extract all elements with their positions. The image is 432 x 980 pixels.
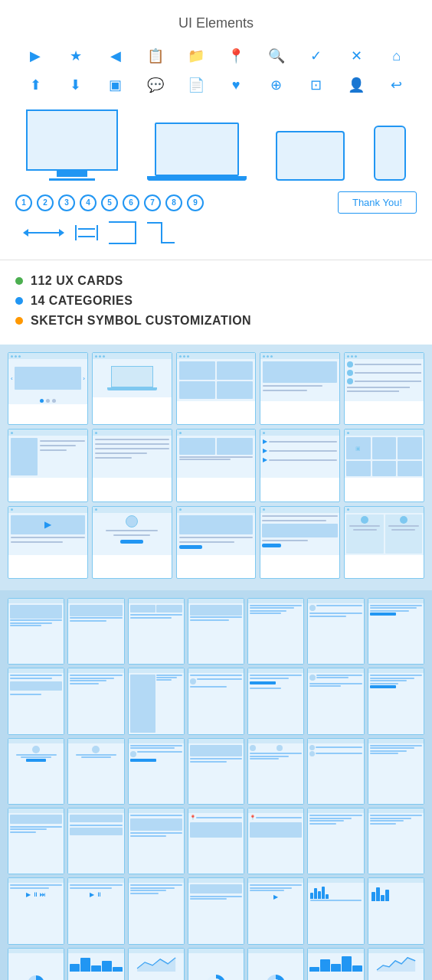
- open-folder-icon: 📁: [185, 45, 207, 67]
- mini-card-10: [128, 668, 185, 734]
- feature-ux-cards: 112 UX CARDS: [15, 274, 417, 288]
- card-user-cards: [344, 506, 424, 579]
- mini-cards-row-3: [8, 738, 424, 805]
- mini-card-11: [188, 668, 244, 734]
- mini-card-3: [128, 598, 185, 665]
- card-text-lines: [92, 429, 172, 501]
- card-user-list: [344, 352, 424, 425]
- mini-card-15: [8, 738, 64, 805]
- feature-ux-cards-label: 112 UX CARDS: [31, 274, 123, 288]
- document-icon: 📄: [185, 74, 207, 96]
- mini-card-20: [307, 738, 364, 805]
- upload-icon: ⬆: [25, 74, 46, 96]
- mini-cards-row-6: [8, 948, 424, 980]
- step-6[interactable]: 6: [123, 194, 139, 211]
- mini-card-chart-1: [8, 948, 64, 980]
- grid-icon: ▣: [105, 74, 126, 96]
- navigation-icon: ◀: [105, 45, 126, 67]
- mini-card-32: [188, 877, 244, 944]
- mini-cards-row-2: [8, 668, 424, 734]
- crop-icon: ⊕: [266, 74, 287, 96]
- download-icon: ⬇: [65, 74, 87, 96]
- mini-card-22: [8, 808, 64, 874]
- feature-categories-label: 14 CATEGORIES: [31, 294, 133, 308]
- mini-card-33: ▶: [247, 877, 304, 944]
- mini-card-chart-7: [368, 948, 424, 980]
- card-nav-arrows: ▶ ▶ ▶: [260, 429, 340, 501]
- card-image-text: [260, 352, 340, 425]
- tablet-device: [276, 131, 345, 181]
- mini-card-5: [247, 598, 304, 665]
- mini-card-19: [247, 738, 304, 805]
- bullet-orange: [15, 317, 23, 325]
- monitor-device: [26, 109, 118, 171]
- mini-card-31: [128, 877, 185, 944]
- icons-row-2: ⬆ ⬇ ▣ 💬 📄 ♥ ⊕ ⊡ 👤 ↩: [15, 74, 417, 96]
- mini-card-1: [8, 598, 64, 665]
- mini-card-30: ▶⏸: [67, 877, 124, 944]
- mini-card-chart-2: [67, 948, 124, 980]
- section-title: UI Elements: [15, 15, 417, 31]
- card-timeline: [260, 506, 340, 579]
- flow-connectors-row: [15, 221, 417, 244]
- card-carousel: ‹ ›: [8, 352, 88, 425]
- check-icon: ✓: [306, 45, 327, 67]
- mini-card-chart-6: [307, 948, 364, 980]
- play-icon: ▶: [25, 45, 46, 67]
- mini-card-34: [307, 877, 364, 944]
- star-icon: ★: [65, 45, 87, 67]
- mini-card-26: 📍: [247, 808, 304, 874]
- bullet-blue: [15, 297, 23, 305]
- step-5[interactable]: 5: [101, 194, 118, 211]
- card-image-grid: [176, 352, 257, 425]
- cards-row-3: ▶: [8, 506, 424, 579]
- mini-card-2: [67, 598, 124, 665]
- mini-card-27: [307, 808, 364, 874]
- thank-you-button[interactable]: Thank You!: [338, 191, 417, 214]
- card-2img-lines: [176, 429, 257, 501]
- devices-row: [15, 109, 417, 181]
- step-7[interactable]: 7: [144, 194, 161, 211]
- cards-section-1: ‹ ›: [0, 345, 432, 590]
- search-icon: 🔍: [266, 45, 287, 67]
- mini-card-14: [368, 668, 424, 734]
- mini-card-chart-3: [128, 948, 185, 980]
- step-4[interactable]: 4: [80, 194, 97, 211]
- select-icon: ⊡: [306, 74, 327, 96]
- feature-categories: 14 CATEGORIES: [15, 294, 417, 308]
- mini-card-chart-5: [247, 948, 304, 980]
- corner-connector: [147, 222, 175, 243]
- step-9[interactable]: 9: [187, 194, 204, 211]
- mini-card-6: [307, 598, 364, 665]
- step-1[interactable]: 1: [15, 194, 32, 211]
- mini-card-35: [368, 877, 424, 944]
- svg-marker-1: [377, 958, 415, 972]
- mini-cards-row-1: [8, 598, 424, 665]
- mini-card-29: ▶ ⏸ ⏭: [8, 877, 64, 944]
- feature-sketch-label: SKETCH SYMBOL CUSTOMIZATION: [31, 314, 251, 328]
- icons-row-1: ▶ ★ ◀ 📋 📁 📍 🔍 ✓ ✕ ⌂: [15, 45, 417, 67]
- mini-card-4: [188, 598, 244, 665]
- mini-card-9: [67, 668, 124, 734]
- step-2[interactable]: 2: [37, 194, 54, 211]
- mini-card-24: [128, 808, 185, 874]
- mini-card-25: 📍: [188, 808, 244, 874]
- user-icon: 👤: [345, 74, 367, 96]
- features-section: 112 UX CARDS 14 CATEGORIES SKETCH SYMBOL…: [0, 260, 432, 345]
- step-8[interactable]: 8: [165, 194, 182, 211]
- mini-card-28: [368, 808, 424, 874]
- ui-elements-section: UI Elements ▶ ★ ◀ 📋 📁 📍 🔍 ✓ ✕ ⌂ ⬆ ⬇ ▣ 💬 …: [0, 0, 432, 260]
- step-3[interactable]: 3: [58, 194, 75, 211]
- card-profile: [92, 506, 172, 579]
- box-connector-group: [75, 225, 98, 240]
- mini-card-17: [128, 738, 185, 805]
- cards-section-2: .cards-grid-7 { display: grid; grid-temp…: [0, 590, 432, 980]
- double-arrow: [23, 229, 64, 237]
- location-icon: 📍: [225, 45, 247, 67]
- mini-card-23: [67, 808, 124, 874]
- card-video: ▶: [8, 506, 88, 579]
- cards-row-2: ▶ ▶ ▶ ▣: [8, 429, 424, 501]
- mini-card-12: [247, 668, 304, 734]
- mini-card-7: [368, 598, 424, 665]
- phone-device: [374, 126, 406, 181]
